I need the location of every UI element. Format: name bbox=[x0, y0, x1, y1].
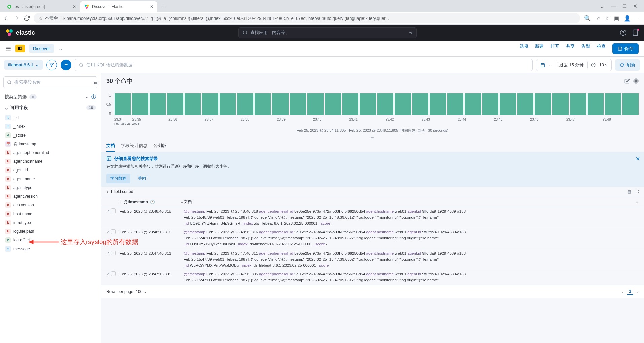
histogram-bar[interactable] bbox=[272, 93, 288, 115]
histogram-bar[interactable] bbox=[535, 93, 551, 115]
chevron-down-icon[interactable]: ⌄ bbox=[58, 45, 63, 52]
link-inspect[interactable]: 检查 bbox=[597, 43, 606, 54]
chevron-down-icon[interactable]: ⌄ bbox=[85, 94, 89, 100]
reload-button[interactable] bbox=[24, 15, 30, 21]
field-item[interactable]: kagent.name bbox=[3, 175, 97, 183]
browser-tab-2[interactable]: Discover - Elastic ✕ bbox=[80, 1, 157, 12]
hamburger-menu[interactable] bbox=[5, 46, 11, 52]
histogram-bar[interactable] bbox=[482, 93, 498, 115]
resize-handle[interactable]: ═ bbox=[101, 135, 644, 140]
save-button[interactable]: 保存 bbox=[612, 43, 639, 54]
prev-page-button[interactable]: ‹ bbox=[621, 289, 623, 294]
row-checkbox[interactable] bbox=[111, 271, 116, 276]
histogram-bar[interactable] bbox=[500, 93, 516, 115]
tab-beta[interactable]: 公测版 bbox=[153, 140, 166, 152]
close-icon[interactable]: ✕ bbox=[636, 156, 640, 162]
url-input[interactable]: ⚠ 不安全 | kibana.mooreyxia.org:5601/app/di… bbox=[34, 13, 580, 23]
search-icon[interactable]: 🔍 bbox=[584, 15, 591, 22]
available-fields-header[interactable]: ⌄ 可用字段 16 bbox=[3, 102, 97, 113]
help-icon[interactable] bbox=[620, 29, 627, 36]
elastic-logo[interactable]: elastic bbox=[5, 29, 35, 37]
expand-icon[interactable]: ↗ bbox=[106, 271, 110, 277]
table-row[interactable]: ↗ Feb 25, 2023 @ 23:47:40.811 @timestamp… bbox=[101, 249, 644, 270]
table-row[interactable]: ↗ Feb 25, 2023 @ 23:48:15.816 @timestamp… bbox=[101, 228, 644, 249]
sort-icon[interactable]: ↕ bbox=[106, 189, 108, 194]
time-picker[interactable]: ⌄ 过去 15 分钟 10 s bbox=[536, 59, 612, 71]
histogram-bar[interactable] bbox=[377, 93, 393, 115]
tab-field-stats[interactable]: 字段统计信息 bbox=[121, 140, 147, 152]
histogram-bar[interactable] bbox=[605, 93, 621, 115]
histogram-bar[interactable] bbox=[237, 93, 253, 115]
field-item[interactable]: kagent.version bbox=[3, 192, 97, 201]
star-icon[interactable]: ☆ bbox=[605, 15, 609, 22]
row-checkbox[interactable] bbox=[111, 229, 116, 234]
chevron-down-icon[interactable]: ⌄ bbox=[180, 200, 184, 204]
field-item[interactable]: khost.name bbox=[3, 209, 97, 218]
histogram-bar[interactable] bbox=[622, 93, 639, 115]
field-search-input[interactable]: 搜索字段名称 bbox=[3, 76, 97, 88]
field-item[interactable]: tmessage bbox=[3, 244, 97, 253]
profile-icon[interactable]: 👤 bbox=[624, 15, 631, 22]
tab-documents[interactable]: 文档 bbox=[106, 140, 115, 152]
histogram-bar[interactable] bbox=[552, 93, 568, 115]
space-badge[interactable]: 默 bbox=[15, 45, 25, 52]
link-options[interactable]: 选项 bbox=[520, 43, 528, 54]
histogram-bar[interactable] bbox=[395, 93, 411, 115]
row-checkbox[interactable] bbox=[111, 208, 116, 213]
field-item[interactable]: kecs.version bbox=[3, 201, 97, 209]
col-document[interactable]: 文档 ⌄ bbox=[184, 199, 639, 205]
table-row[interactable]: ↗ Feb 25, 2023 @ 23:48:40.818 @timestamp… bbox=[101, 207, 644, 228]
browser-tab-1[interactable]: es-cluster[green] ✕ bbox=[3, 1, 80, 12]
histogram-bar[interactable] bbox=[132, 93, 148, 115]
expand-icon[interactable]: ↗ bbox=[106, 229, 110, 235]
tour-start-button[interactable]: 学习教程 bbox=[106, 174, 130, 183]
global-search-input[interactable]: 查找应用、内容等。 ^/ bbox=[238, 27, 417, 38]
menu-icon[interactable]: ⋮ bbox=[635, 15, 641, 22]
close-window-icon[interactable]: ✕ bbox=[633, 3, 637, 9]
histogram-bar[interactable] bbox=[570, 93, 586, 115]
fullscreen-icon[interactable]: ⛶ bbox=[635, 189, 639, 194]
extensions-icon[interactable]: ▣ bbox=[614, 15, 619, 22]
histogram-bar[interactable] bbox=[325, 93, 341, 115]
histogram-bar[interactable] bbox=[342, 93, 358, 115]
histogram-bar[interactable] bbox=[115, 93, 131, 115]
histogram-bar[interactable] bbox=[430, 93, 446, 115]
histogram-chart[interactable]: 1 0.5 0 23:3423:3523:3623:3723:3823:3923… bbox=[101, 88, 644, 121]
filter-by-type[interactable]: 按类型筛选 0 ⌄ ⓘ bbox=[3, 92, 97, 102]
grid-icon[interactable]: ▦ bbox=[628, 189, 631, 194]
kql-input[interactable]: 使用 KQL 语法筛选数据 bbox=[75, 59, 533, 71]
chevron-down-icon[interactable]: ⌄ bbox=[635, 199, 639, 204]
histogram-bar[interactable] bbox=[202, 93, 218, 115]
minimize-icon[interactable]: — bbox=[611, 3, 616, 9]
chevron-down-icon[interactable]: ⌄ bbox=[600, 3, 604, 9]
link-open[interactable]: 打开 bbox=[551, 43, 559, 54]
add-filter-button[interactable]: + bbox=[61, 60, 71, 70]
page-number[interactable]: 1 bbox=[627, 288, 633, 295]
row-checkbox[interactable] bbox=[111, 251, 116, 255]
collapse-sidebar-icon[interactable]: ⤆ bbox=[93, 80, 97, 86]
field-item[interactable]: kagent.id bbox=[3, 166, 97, 175]
new-tab-button[interactable]: + bbox=[157, 3, 168, 9]
field-item[interactable]: kagent.hostname bbox=[3, 157, 97, 166]
filter-toggle-button[interactable] bbox=[46, 60, 57, 70]
forward-button[interactable] bbox=[13, 15, 20, 21]
back-button[interactable] bbox=[3, 15, 9, 21]
link-new[interactable]: 新建 bbox=[535, 43, 544, 54]
histogram-bar[interactable] bbox=[517, 93, 533, 115]
field-item[interactable]: kagent.ephemeral_id bbox=[3, 148, 97, 157]
table-row[interactable]: ↗ Feb 25, 2023 @ 23:47:15.805 @timestamp… bbox=[101, 270, 644, 285]
news-icon[interactable] bbox=[632, 29, 639, 36]
histogram-bar[interactable] bbox=[465, 93, 481, 115]
close-icon[interactable]: ✕ bbox=[73, 4, 76, 9]
sort-label[interactable]: 1 field sorted bbox=[110, 189, 134, 194]
field-item[interactable]: t_index bbox=[3, 122, 97, 131]
col-timestamp[interactable]: ↓ @timestamp 🕐 ⌄ bbox=[120, 199, 184, 205]
histogram-bar[interactable] bbox=[290, 93, 306, 115]
index-pattern-selector[interactable]: filebeat-8.6.1 ⌄ bbox=[4, 60, 43, 70]
maximize-icon[interactable]: □ bbox=[623, 3, 626, 9]
link-share[interactable]: 共享 bbox=[566, 43, 575, 54]
rows-per-page[interactable]: Rows per page: 100 ⌄ bbox=[106, 289, 147, 294]
histogram-bar[interactable] bbox=[360, 93, 376, 115]
field-item[interactable]: kagent.type bbox=[3, 183, 97, 192]
field-item[interactable]: kinput.type bbox=[3, 218, 97, 227]
